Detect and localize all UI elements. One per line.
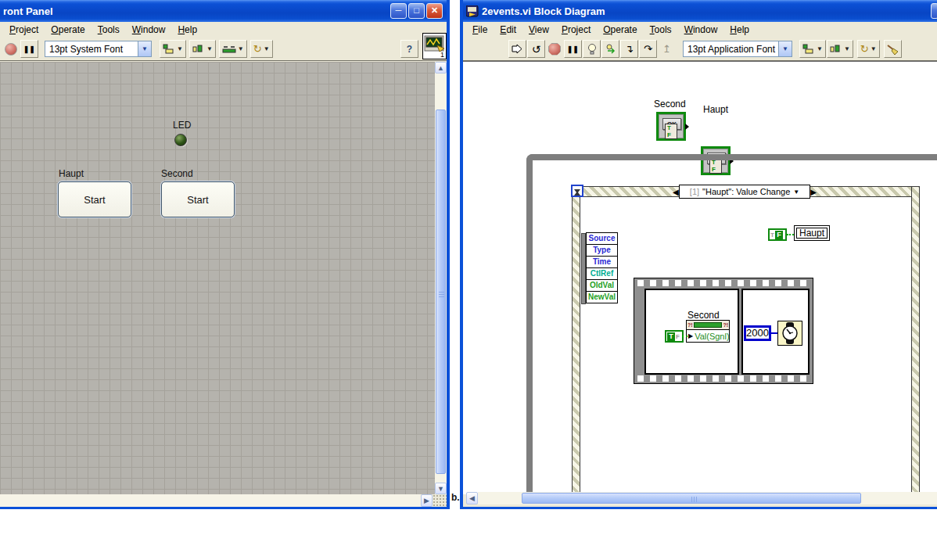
vertical-scroll-thumb[interactable] <box>436 109 446 474</box>
second-terminal-label: Second <box>654 99 686 109</box>
window-title: ront Panel <box>3 5 53 17</box>
combo-arrow-icon[interactable]: ▼ <box>778 41 792 56</box>
event-field[interactable]: NewVal <box>586 291 618 303</box>
menu-project[interactable]: Project <box>555 23 597 37</box>
menu-window[interactable]: Window <box>126 23 172 37</box>
run-button[interactable] <box>508 40 526 58</box>
retain-wire-values-button[interactable] <box>601 40 619 58</box>
pause-button[interactable]: ❚❚ <box>20 40 38 58</box>
cleanup-diagram-button[interactable] <box>884 40 902 58</box>
hourglass-icon <box>573 188 581 196</box>
event-field[interactable]: OldVal <box>586 279 618 292</box>
sequence-frame-2[interactable]: 2000 <box>741 289 810 375</box>
second-button-label: Second <box>161 168 193 179</box>
menu-operate[interactable]: Operate <box>597 23 643 37</box>
next-case-icon[interactable]: ▶ <box>810 188 817 196</box>
event-case-index: [1] <box>690 187 699 196</box>
true-boolean-constant[interactable]: T F <box>665 330 684 343</box>
vertical-scrollbar[interactable]: ▲ ▼ <box>435 62 447 494</box>
boolean-class-bar <box>694 322 723 328</box>
align-objects-button[interactable]: ▼ <box>799 40 826 58</box>
menu-view[interactable]: View <box>522 23 555 37</box>
resize-objects-button[interactable]: ▼ <box>219 40 247 58</box>
maximize-icon[interactable]: □ <box>408 3 425 19</box>
horizontal-scrollbar[interactable]: ◀ <box>466 492 937 504</box>
wristwatch-icon <box>778 321 802 345</box>
reorder-button[interactable]: ↻ ▼ <box>250 40 273 58</box>
minimize-icon[interactable]: ─ <box>390 3 407 19</box>
labview-app-icon <box>466 5 479 17</box>
reorder-button[interactable]: ↻ ▼ <box>857 40 880 58</box>
menu-window[interactable]: Window <box>678 23 724 37</box>
font-selector[interactable]: 13pt System Font ▼ <box>45 41 152 57</box>
reorder-icon: ↻ <box>253 43 262 55</box>
previous-case-icon[interactable]: ◀ <box>673 188 679 196</box>
front-panel-canvas[interactable]: LED Haupt Start Second Start <box>0 62 435 494</box>
sequence-frame-1[interactable]: Second ?! ?! ▶ Val(Sgnl) T F <box>644 289 739 375</box>
distribute-objects-button[interactable]: ▼ <box>827 40 853 58</box>
window-resize-grip[interactable] <box>433 494 447 507</box>
menu-tools[interactable]: Tools <box>644 23 678 37</box>
align-objects-icon <box>163 44 175 54</box>
second-start-button[interactable]: Start <box>161 181 235 217</box>
abort-icon[interactable] <box>5 43 17 56</box>
event-field[interactable]: CtlRef <box>586 267 618 280</box>
vi-waveform-icon <box>424 35 445 52</box>
highlight-execution-button[interactable] <box>583 40 601 58</box>
haupt-local-variable[interactable]: Haupt <box>794 225 830 241</box>
step-out-button[interactable]: ↥ <box>658 40 676 58</box>
run-continuously-button[interactable]: ↺ <box>527 40 545 58</box>
numeric-wire <box>771 332 777 334</box>
menu-file[interactable]: File <box>466 23 494 37</box>
desktop-label-fragment: b. <box>451 492 460 503</box>
scroll-left-icon[interactable]: ◀ <box>466 492 478 504</box>
close-icon[interactable]: ✕ <box>426 3 443 19</box>
second-property-node[interactable]: ?! ?! ▶ Val(Sgnl) <box>686 320 730 343</box>
horizontal-scroll-thumb[interactable] <box>522 493 861 504</box>
abort-icon[interactable] <box>548 43 561 56</box>
pause-button[interactable]: ❚❚ <box>564 40 582 58</box>
distribute-objects-button[interactable]: ▼ <box>189 40 216 58</box>
scroll-up-icon[interactable]: ▲ <box>435 62 447 74</box>
menu-edit[interactable]: Edit <box>494 23 522 37</box>
caption-button-sliver[interactable] <box>931 3 937 19</box>
event-case-name: "Haupt": Value Change <box>702 187 790 196</box>
wait-time-constant[interactable]: 2000 <box>744 325 771 341</box>
vi-icon[interactable]: 1 <box>422 33 447 59</box>
context-help-button[interactable]: ? <box>400 40 418 58</box>
align-objects-button[interactable]: ▼ <box>160 40 186 58</box>
event-selector-label[interactable]: ◀ [1] "Haupt": Value Change ▼ ▶ <box>673 185 817 199</box>
font-selector[interactable]: 13pt Application Font ▼ <box>683 41 792 57</box>
combo-arrow-icon[interactable]: ▼ <box>138 41 151 56</box>
scroll-right-icon[interactable]: ▶ <box>421 494 433 507</box>
event-field[interactable]: Time <box>586 256 618 268</box>
timeout-terminal[interactable] <box>571 185 583 197</box>
lightbulb-icon <box>587 44 597 55</box>
menu-help[interactable]: Help <box>171 23 203 37</box>
front-panel-toolbar: ❚❚ 13pt System Font ▼ ▼ ▼ ▼ ↻ ▼ ? <box>0 38 447 61</box>
wait-ms-function[interactable] <box>777 321 802 346</box>
step-over-button[interactable]: ↷ <box>639 40 657 58</box>
front-panel-titlebar[interactable]: ront Panel ─ □ ✕ <box>0 0 447 22</box>
event-field[interactable]: Type <box>586 244 618 257</box>
align-objects-icon <box>802 44 815 54</box>
event-data-node[interactable]: Source Type Time CtlRef OldVal NewVal <box>581 233 618 304</box>
second-ok-terminal[interactable]: OK T F <box>656 112 686 141</box>
menu-tools[interactable]: Tools <box>92 23 126 37</box>
menu-operate[interactable]: Operate <box>45 23 91 37</box>
led-indicator[interactable] <box>174 134 187 146</box>
block-diagram-titlebar[interactable]: 2events.vi Block Diagram <box>463 0 937 22</box>
case-dropdown-icon[interactable]: ▼ <box>793 188 799 196</box>
resize-objects-icon <box>222 44 236 54</box>
step-into-button[interactable]: ↴ <box>620 40 638 58</box>
menu-help[interactable]: Help <box>723 23 756 37</box>
horizontal-scrollbar[interactable]: ▶ <box>0 494 447 507</box>
event-field[interactable]: Source <box>586 232 618 245</box>
scroll-down-icon[interactable]: ▼ <box>435 483 447 494</box>
boolean-wire <box>787 234 794 235</box>
menu-project[interactable]: Project <box>3 23 45 37</box>
block-diagram-canvas[interactable]: Second OK T F Haupt OK T F ◀ <box>463 61 937 494</box>
false-boolean-constant[interactable]: T F <box>768 228 787 241</box>
flat-sequence-structure[interactable]: Second ?! ?! ▶ Val(Sgnl) T F <box>634 278 813 384</box>
haupt-start-button[interactable]: Start <box>58 181 131 217</box>
